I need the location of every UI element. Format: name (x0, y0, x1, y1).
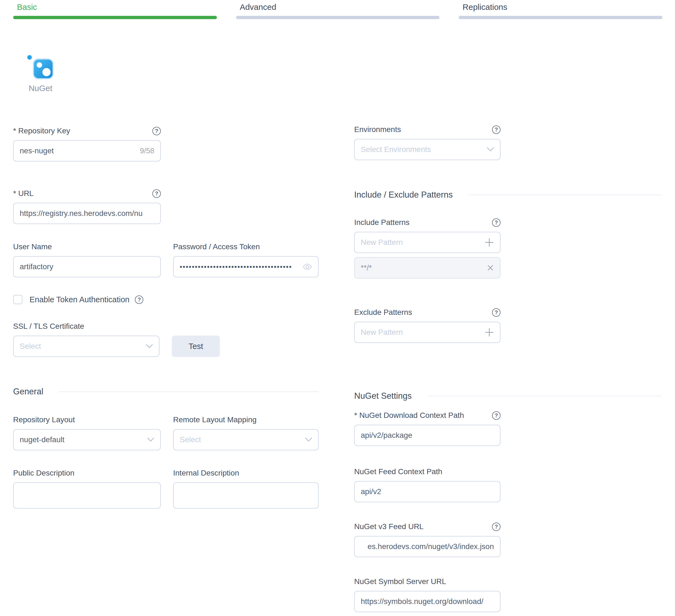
enable-token-auth-help-icon[interactable]: ? (135, 295, 143, 304)
field-download-context-path: * NuGet Download Context Path ? api/v2/p… (354, 410, 501, 446)
url-help-icon[interactable]: ? (152, 189, 161, 198)
feed-context-path-input[interactable]: api/v2 (354, 481, 501, 502)
password-input[interactable]: ••••••••••••••••••••••••••••••••••••• (173, 256, 319, 277)
package-type-label: NuGet (27, 84, 54, 93)
field-exclude-patterns: Exclude Patterns ? New Pattern (354, 307, 501, 343)
url-value: https://registry.nes.herodevs.com/nu (20, 209, 154, 218)
repository-key-input[interactable]: nes-nuget 9/58 (13, 140, 161, 162)
download-context-path-label: * NuGet Download Context Path (354, 411, 464, 420)
field-include-patterns: Include Patterns ? New Pattern **/* (354, 217, 501, 278)
general-section-header: General (13, 385, 319, 398)
exclude-patterns-placeholder: New Pattern (361, 328, 481, 337)
internal-description-label: Internal Description (173, 469, 239, 477)
feed-context-path-value: api/v2 (361, 487, 494, 496)
internal-description-textarea[interactable] (173, 482, 319, 509)
general-section-title: General (13, 387, 43, 397)
left-column: NuGet * Repository Key ? nes-nuget 9/58 … (13, 19, 319, 509)
include-patterns-label: Include Patterns (354, 218, 409, 227)
remote-layout-mapping-placeholder: Select (180, 435, 301, 444)
repository-key-label: * Repository Key (13, 126, 70, 135)
download-context-path-help-icon[interactable]: ? (492, 411, 501, 420)
add-pattern-plus-icon[interactable] (484, 238, 494, 247)
environments-help-icon[interactable]: ? (492, 125, 501, 134)
v3-feed-url-input[interactable]: es.herodevs.com/nuget/v3/index.json (354, 536, 501, 557)
add-pattern-plus-icon[interactable] (484, 328, 494, 337)
remote-layout-mapping-label: Remote Layout Mapping (173, 415, 256, 424)
include-patterns-help-icon[interactable]: ? (492, 218, 501, 227)
tab-advanced-underline (236, 16, 440, 19)
field-feed-context-path: NuGet Feed Context Path api/v2 (354, 466, 501, 502)
public-description-label: Public Description (13, 469, 74, 477)
include-patterns-input[interactable]: New Pattern (354, 232, 501, 253)
chevron-down-icon (305, 438, 312, 442)
exclude-patterns-help-icon[interactable]: ? (492, 308, 501, 317)
include-exclude-section-divider (468, 195, 661, 195)
test-button[interactable]: Test (172, 336, 220, 357)
repository-layout-select[interactable]: nuget-default (13, 429, 161, 450)
tab-advanced[interactable]: Advanced (236, 2, 440, 19)
repository-key-help-icon[interactable]: ? (152, 127, 161, 135)
tab-basic-label: Basic (13, 2, 217, 13)
ssl-certificate-select[interactable]: Select (13, 336, 159, 357)
enable-token-auth-checkbox[interactable] (13, 295, 22, 304)
password-masked-value: ••••••••••••••••••••••••••••••••••••• (180, 263, 299, 271)
repository-config-page: Basic Advanced Replications (0, 0, 675, 616)
field-public-description: Public Description (13, 468, 161, 509)
tab-bar: Basic Advanced Replications (0, 0, 675, 19)
chevron-down-icon (146, 344, 153, 348)
field-v3-feed-url: NuGet v3 Feed URL ? es.herodevs.com/nuge… (354, 521, 501, 557)
include-exclude-section-header: Include / Exclude Patterns (354, 189, 661, 201)
download-context-path-input[interactable]: api/v2/package (354, 425, 501, 446)
remove-pattern-x-icon[interactable] (487, 264, 494, 271)
tab-basic-underline (13, 16, 217, 19)
repository-layout-label: Repository Layout (13, 415, 75, 424)
field-environments: Environments ? Select Environments (354, 124, 501, 160)
environments-label: Environments (354, 125, 401, 134)
tab-replications[interactable]: Replications (459, 2, 662, 19)
include-exclude-section-title: Include / Exclude Patterns (354, 190, 453, 200)
field-repository-layout: Repository Layout nuget-default (13, 415, 161, 450)
environments-select[interactable]: Select Environments (354, 139, 501, 160)
nuget-settings-section-header: NuGet Settings (354, 390, 661, 402)
field-user-name: User Name artifactory (13, 242, 161, 277)
symbol-server-url-label: NuGet Symbol Server URL (354, 577, 446, 586)
download-context-path-value: api/v2/package (361, 431, 494, 440)
include-patterns-placeholder: New Pattern (361, 238, 481, 247)
tab-basic[interactable]: Basic (13, 2, 217, 19)
enable-token-auth-row: Enable Token Authentication ? (13, 295, 319, 304)
symbol-server-url-input[interactable]: https://symbols.nuget.org/download/ (354, 591, 501, 612)
tab-replications-underline (459, 16, 662, 19)
exclude-patterns-label: Exclude Patterns (354, 308, 412, 317)
user-name-label: User Name (13, 242, 52, 251)
public-description-textarea[interactable] (13, 482, 161, 509)
exclude-patterns-input[interactable]: New Pattern (354, 322, 501, 343)
v3-feed-url-help-icon[interactable]: ? (492, 523, 501, 531)
url-label: * URL (13, 189, 33, 198)
environments-placeholder: Select Environments (361, 145, 483, 154)
url-input[interactable]: https://registry.nes.herodevs.com/nu (13, 203, 161, 224)
user-name-input[interactable]: artifactory (13, 256, 161, 277)
feed-context-path-label: NuGet Feed Context Path (354, 467, 442, 476)
include-pattern-item: **/* (354, 257, 501, 278)
password-reveal-eye-icon[interactable] (303, 263, 312, 270)
nuget-settings-section-title: NuGet Settings (354, 391, 411, 401)
symbol-server-url-value: https://symbols.nuget.org/download/ (361, 597, 494, 606)
remote-layout-mapping-select[interactable]: Select (173, 429, 319, 450)
nuget-logo-icon (27, 55, 54, 80)
chevron-down-icon (147, 438, 154, 442)
repository-layout-value: nuget-default (20, 435, 143, 444)
field-symbol-server-url: NuGet Symbol Server URL https://symbols.… (354, 577, 501, 612)
field-internal-description: Internal Description (173, 468, 319, 509)
password-label: Password / Access Token (173, 242, 260, 251)
general-section-divider (59, 391, 319, 392)
tab-advanced-label: Advanced (236, 2, 440, 13)
field-password: Password / Access Token ••••••••••••••••… (173, 242, 319, 277)
nuget-settings-section-divider (428, 396, 661, 396)
v3-feed-url-value: es.herodevs.com/nuget/v3/index.json (368, 542, 494, 551)
chevron-down-icon (487, 147, 494, 152)
repository-key-char-counter: 9/58 (140, 147, 154, 155)
ssl-certificate-label: SSL / TLS Certificate (13, 322, 84, 331)
right-column: Environments ? Select Environments Inclu… (354, 19, 661, 616)
include-pattern-value: **/* (361, 263, 483, 272)
field-remote-layout-mapping: Remote Layout Mapping Select (173, 415, 319, 450)
